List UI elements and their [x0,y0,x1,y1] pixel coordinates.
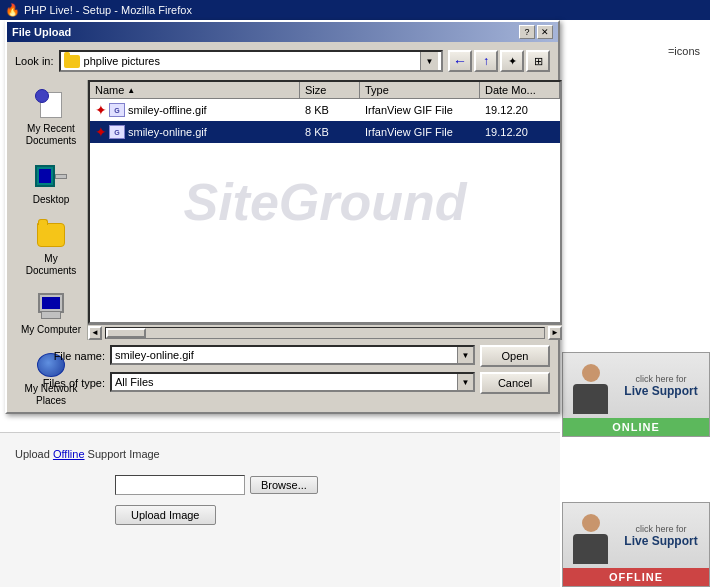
nav-new-button[interactable]: ✦ [500,50,524,72]
documents-icon [35,219,67,251]
open-button[interactable]: Open [480,345,550,367]
file-type-0: IrfanView GIF File [360,103,480,117]
icons-text: =icons [668,45,700,57]
folder-icon [64,55,80,68]
browser-title-text: PHP Live! - Setup - Mozilla Firefox [24,4,192,16]
file-name-cell-1: ✦ G smiley-online.gif [90,123,300,141]
col-header-name[interactable]: Name ▲ [90,82,300,98]
filetype-dropdown-button[interactable]: ▼ [457,374,473,390]
file-type-1: IrfanView GIF File [360,125,480,139]
star-icon-offline: ✦ [95,102,107,118]
sidebar-label-desktop: Desktop [33,194,70,206]
support-text-offline: click here for Live Support [618,524,704,548]
clock-shape [35,89,49,103]
filename-label: File name: [15,350,105,362]
lookin-dropdown-button[interactable]: ▼ [420,52,438,70]
file-name-cell-0: ✦ G smiley-offline.gif [90,101,300,119]
browse-button[interactable]: Browse... [250,476,318,494]
col-header-size[interactable]: Size [300,82,360,98]
filetype-row: Files of type: All Files ▼ Cancel [15,372,550,394]
scroll-left-button[interactable]: ◄ [88,326,102,340]
browser-titlebar: 🔥 PHP Live! - Setup - Mozilla Firefox [0,0,710,20]
upload-input[interactable] [115,475,245,495]
scroll-thumb[interactable] [106,328,146,338]
support-person-offline [568,509,613,564]
file-size-0: 8 KB [300,103,360,117]
sort-arrow-name: ▲ [127,86,135,95]
col-header-type[interactable]: Type [360,82,480,98]
browser-icon: 🔥 [5,3,20,17]
col-header-date[interactable]: Date Mo... [480,82,560,98]
table-row[interactable]: ✦ G smiley-offline.gif 8 KB IrfanView GI… [90,99,560,121]
dialog-content: Look in: phplive pictures ▼ ← ↑ ✦ ⊞ [7,42,558,412]
click-here-offline: click here for [618,524,704,534]
scroll-track[interactable] [105,327,545,339]
filename-value: smiley-online.gif [112,348,457,362]
dialog-overlay: File Upload ? ✕ Look in: phplive picture… [5,20,565,450]
table-row[interactable]: ✦ G smiley-online.gif 8 KB IrfanView GIF… [90,121,560,143]
sidebar-label-computer: My Computer [21,324,81,336]
live-support-label-offline: Live Support [618,534,704,548]
dialog-help-button[interactable]: ? [519,25,535,39]
online-status-bar: ONLINE [563,418,709,436]
nav-buttons: ← ↑ ✦ ⊞ [448,50,550,72]
dialog-titlebar: File Upload ? ✕ [7,22,558,42]
dialog-title: File Upload [12,26,71,38]
desktop-monitor [35,165,55,187]
star-icon-online: ✦ [95,124,107,140]
recent-docs-icon [35,89,67,121]
filename-combo[interactable]: smiley-online.gif ▼ [110,345,475,365]
lookin-value: phplive pictures [84,55,416,67]
file-size-1: 8 KB [300,125,360,139]
file-name-0: smiley-offline.gif [128,104,207,116]
gif-icon-offline: G [109,103,125,117]
lookin-combo[interactable]: phplive pictures ▼ [59,50,443,72]
sidebar-label-recent: My RecentDocuments [26,123,77,147]
horizontal-scrollbar[interactable]: ◄ ► [88,324,562,340]
dialog-title-buttons: ? ✕ [519,25,553,39]
scroll-right-button[interactable]: ► [548,326,562,340]
offline-status-bar: OFFLINE [563,568,709,586]
file-list-container: SiteGround Name ▲ Size Type [88,80,562,340]
documents-folder [37,223,65,247]
filename-dropdown-button[interactable]: ▼ [457,347,473,363]
file-list-area[interactable]: SiteGround Name ▲ Size Type [88,80,562,324]
nav-back-button[interactable]: ← [448,50,472,72]
desktop-icon [35,160,67,192]
filetype-input-group: All Files ▼ Cancel [110,372,550,394]
gif-icon-online: G [109,125,125,139]
click-here-online: click here for [618,374,704,384]
cancel-button[interactable]: Cancel [480,372,550,394]
filename-row: File name: smiley-online.gif ▼ Open [15,345,550,367]
file-date-1: 19.12.20 [480,125,533,139]
sidebar-item-desktop[interactable]: Desktop [15,156,87,210]
dialog-close-button[interactable]: ✕ [537,25,553,39]
computer-icon [35,290,67,322]
lookin-row: Look in: phplive pictures ▼ ← ↑ ✦ ⊞ [15,50,550,72]
live-support-offline-widget[interactable]: click here for Live Support OFFLINE [562,502,710,587]
filetype-label: Files of type: [15,377,105,389]
support-text-online: click here for Live Support [618,374,704,398]
file-date-0: 19.12.20 [480,103,533,117]
filetype-value: All Files [112,375,457,389]
siteground-watermark: SiteGround [183,172,466,232]
sidebar-item-computer[interactable]: My Computer [15,286,87,340]
file-upload-dialog: File Upload ? ✕ Look in: phplive picture… [5,20,560,414]
dialog-sidebar: My RecentDocuments Desktop [15,80,88,340]
support-person-online [568,359,613,414]
upload-input-row: Browse... [115,475,545,495]
upload-image-button[interactable]: Upload Image [115,505,216,525]
file-name-1: smiley-online.gif [128,126,207,138]
nav-up-button[interactable]: ↑ [474,50,498,72]
sidebar-item-documents[interactable]: My Documents [15,215,87,281]
sidebar-item-recent[interactable]: My RecentDocuments [15,85,87,151]
filetype-combo[interactable]: All Files ▼ [110,372,475,392]
dialog-body: My RecentDocuments Desktop [15,80,550,340]
nav-view-button[interactable]: ⊞ [526,50,550,72]
dialog-form: File name: smiley-online.gif ▼ Open File… [15,340,550,404]
icon-recent-shape [35,89,67,121]
live-support-online-widget[interactable]: click here for Live Support ONLINE [562,352,710,437]
live-support-label-online: Live Support [618,384,704,398]
file-list-header: Name ▲ Size Type Date Mo... [90,82,560,99]
sidebar-label-documents: My Documents [19,253,83,277]
